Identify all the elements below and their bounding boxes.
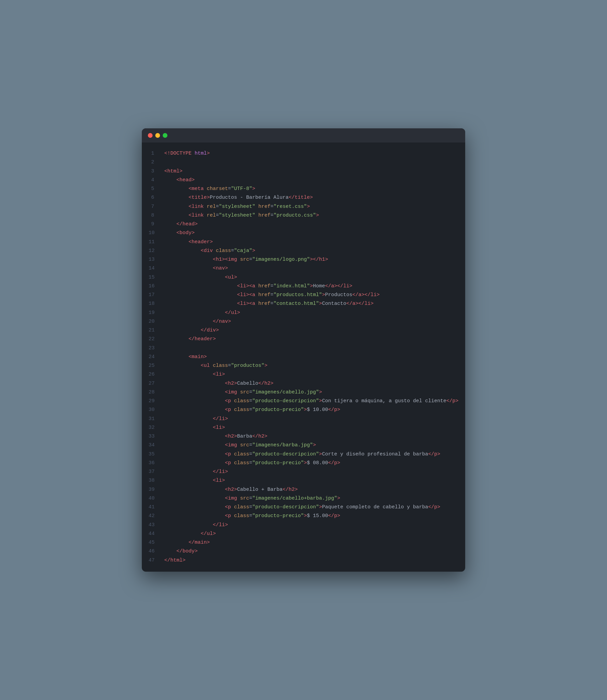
code-token: > [304,407,307,413]
line-number: 38 [149,476,154,485]
code-token: $ 10.00 [307,407,328,413]
code-token: "producto-precio" [252,460,304,466]
code-token [255,204,258,210]
code-token: "producto-descripcion" [252,504,319,510]
code-token: = [249,460,252,466]
code-token: <html> [164,168,183,174]
code-token: class [213,363,228,368]
line-number: 44 [149,530,154,538]
line-number: 20 [149,317,154,326]
close-button[interactable] [148,133,152,138]
code-token: > [252,186,255,192]
code-token: "producto-descripcion" [252,398,319,404]
code-line: <ul class="productos"> [164,361,458,370]
line-number: 35 [149,450,154,459]
code-token: Cabello [237,381,258,386]
line-number: 15 [149,273,154,282]
code-token: > [252,248,255,254]
code-token: href [258,301,271,306]
code-token: > [337,495,340,501]
line-number: 8 [149,211,154,220]
code-line: <h1><img src="imagenes/logo.png"></h1> [164,255,458,264]
code-token: <h2> [164,487,237,492]
code-line: <!DOCTYPE html> [164,149,458,158]
code-token: "UTF-8" [231,186,252,192]
code-token: </a></li> [325,283,352,289]
code-token: "imagenes/cabello.jpg" [252,389,319,395]
code-token: <main> [164,354,207,360]
code-token: = [249,257,252,262]
code-token: $ 08.00 [307,460,328,466]
code-token: Productos - Barbería Alura [210,195,289,200]
line-number: 37 [149,468,154,476]
code-line: <link rel="stylesheet" href="reset.css"> [164,203,458,211]
line-number: 41 [149,503,154,512]
code-line: <link rel="stylesheet" href="producto.cs… [164,211,458,220]
line-number: 47 [149,556,154,565]
code-token: </p> [328,407,340,413]
code-token: = [216,204,219,210]
code-token: <header> [164,239,213,245]
code-line: <title>Productos - Barbería Alura</title… [164,193,458,202]
code-token: <li> [164,425,225,430]
code-token: <meta [164,186,207,192]
code-token: <body> [164,230,195,236]
code-token: html [195,151,207,156]
line-number: 6 [149,193,154,202]
code-token: > [319,389,322,395]
code-line: <h2>Barba</h2> [164,432,458,441]
code-token: <p [164,513,234,519]
code-token: <li> [164,372,225,377]
code-token: <p [164,398,234,404]
code-line: <img src="imagenes/cabello+barba.jpg"> [164,494,458,503]
code-line: <p class="producto-descripcion">Con tije… [164,397,458,406]
line-number: 4 [149,176,154,185]
code-token: </head> [164,221,198,227]
code-token: > [319,398,322,404]
code-token: > [307,204,310,210]
line-number: 21 [149,326,154,335]
code-token: > [322,292,325,298]
code-token: class [234,407,249,413]
code-line: <li> [164,476,458,485]
code-token: Home [313,283,325,289]
line-number: 28 [149,388,154,397]
code-line: <p class="producto-precio">$ 15.00</p> [164,512,458,521]
code-line: </nav> [164,317,458,326]
code-line: </ul> [164,309,458,317]
code-token: <h2> [164,381,237,386]
line-number: 5 [149,185,154,193]
code-token: = [216,213,219,218]
line-number: 13 [149,255,154,264]
code-token: href [258,204,271,210]
code-token: </li> [164,469,228,475]
code-line: <img src="imagenes/barba.jpg"> [164,441,458,450]
code-token: class [234,513,249,519]
code-token: = [271,213,273,218]
code-token: "producto.css" [273,213,316,218]
code-token: = [249,504,252,510]
code-line: </header> [164,335,458,344]
code-token: <link [164,213,207,218]
code-token: <ul [164,363,213,368]
code-token: <!DOCTYPE [164,151,195,156]
code-token: <title> [164,195,210,200]
minimize-button[interactable] [155,133,160,138]
code-token: Corte y diseño profesional de barba [322,451,428,457]
line-number: 42 [149,512,154,521]
line-number: 32 [149,423,154,432]
code-token: "producto-precio" [252,407,304,413]
code-line: </li> [164,468,458,476]
code-token: = [249,407,252,413]
line-number: 12 [149,247,154,255]
code-token: = [231,248,234,254]
code-token: </html> [164,557,186,563]
line-number: 18 [149,299,154,308]
code-token: class [234,451,249,457]
code-token: = [271,292,273,298]
title-bar [142,128,465,143]
maximize-button[interactable] [163,133,167,138]
code-line: <ul> [164,273,458,282]
code-token: <h1><img [164,257,240,262]
code-token: href [258,292,271,298]
